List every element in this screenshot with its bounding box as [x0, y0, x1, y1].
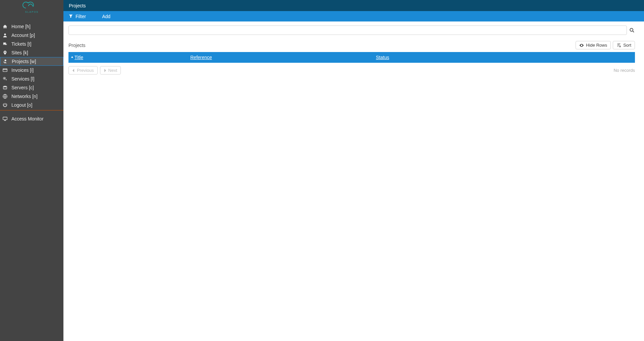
- eye-icon: [579, 43, 584, 48]
- search-wrap: [68, 26, 635, 35]
- cogs-icon: [3, 77, 11, 81]
- content: Projects Hide Rows Sort Title: [63, 21, 644, 79]
- filter-label: Filter: [76, 14, 86, 19]
- filter-button[interactable]: Filter: [69, 14, 86, 19]
- svg-rect-2: [3, 69, 7, 72]
- svg-rect-3: [3, 69, 7, 70]
- sidebar-item-label: Tickets [t]: [11, 41, 31, 47]
- sidebar-item-label: Home [h]: [11, 24, 31, 29]
- column-label: Title: [75, 55, 83, 60]
- previous-button[interactable]: Previous: [68, 66, 98, 75]
- add-label: Add: [102, 14, 110, 19]
- sidebar-divider: [0, 110, 63, 110]
- column-label: Reference: [190, 55, 212, 60]
- pager: Previous Next No records: [68, 66, 635, 75]
- svg-point-5: [6, 79, 7, 80]
- sidebar-item-access-monitor[interactable]: Access Monitor: [0, 114, 63, 123]
- sidebar-item-projects[interactable]: Projects [w]: [0, 57, 63, 66]
- sidebar-item-label: Sites [k]: [11, 50, 28, 55]
- hide-rows-label: Hide Rows: [586, 43, 607, 48]
- server-icon: [3, 85, 11, 90]
- search-icon: [630, 28, 634, 33]
- user-icon: [3, 33, 11, 38]
- subheader: Filter Add: [63, 11, 644, 21]
- sidebar-item-label: Projects [w]: [12, 59, 36, 64]
- svg-point-1: [4, 34, 6, 35]
- previous-label: Previous: [77, 68, 94, 73]
- no-records-label: No records: [613, 68, 635, 73]
- filter-icon: [69, 14, 73, 19]
- sidebar-item-account[interactable]: Account [p]: [0, 31, 63, 40]
- svg-rect-8: [3, 117, 7, 120]
- logo-icon: SLAPOS: [22, 1, 42, 13]
- svg-text:SLAPOS: SLAPOS: [25, 11, 38, 13]
- home-icon: [3, 24, 11, 29]
- sidebar-item-label: Logout [o]: [11, 102, 32, 108]
- section-label: Projects: [68, 43, 86, 48]
- sidebar: SLAPOS Home [h] Account [p] Tickets [t] …: [0, 0, 63, 341]
- sort-asc-icon: [70, 56, 74, 59]
- caret-right-icon: [104, 69, 106, 72]
- column-header-title[interactable]: Title: [68, 55, 188, 60]
- column-header-status[interactable]: Status: [374, 55, 635, 60]
- sort-button[interactable]: Sort: [613, 41, 635, 49]
- comments-icon: [3, 42, 11, 46]
- next-button[interactable]: Next: [100, 66, 121, 75]
- sidebar-item-logout[interactable]: Logout [o]: [0, 101, 63, 109]
- search-button[interactable]: [629, 26, 635, 35]
- add-button[interactable]: Add: [102, 14, 110, 19]
- sidebar-item-sites[interactable]: Sites [k]: [0, 48, 63, 57]
- toolbar: Projects Hide Rows Sort: [68, 41, 635, 49]
- svg-point-4: [4, 78, 5, 79]
- globe-icon: [3, 94, 11, 99]
- sidebar-item-label: Access Monitor: [11, 116, 44, 121]
- sidebar-item-label: Invoices [i]: [11, 67, 34, 73]
- sidebar-item-invoices[interactable]: Invoices [i]: [0, 66, 63, 75]
- desktop-icon: [3, 116, 11, 121]
- power-icon: [3, 103, 11, 107]
- sidebar-item-label: Servers [c]: [11, 85, 34, 90]
- svg-point-6: [3, 86, 7, 87]
- column-label: Status: [376, 55, 389, 60]
- main: Projects Filter Add Projects: [63, 0, 644, 341]
- svg-point-9: [630, 28, 633, 31]
- sidebar-item-services[interactable]: Services [l]: [0, 75, 63, 83]
- sidebar-item-networks[interactable]: Networks [n]: [0, 92, 63, 101]
- sort-icon: [616, 43, 621, 48]
- sidebar-item-servers[interactable]: Servers [c]: [0, 83, 63, 92]
- sidebar-nav: Home [h] Account [p] Tickets [t] Sites […: [0, 22, 63, 123]
- brand-logo[interactable]: SLAPOS: [0, 1, 63, 14]
- column-header-reference[interactable]: Reference: [188, 55, 374, 60]
- sidebar-item-tickets[interactable]: Tickets [t]: [0, 40, 63, 48]
- search-input[interactable]: [68, 26, 627, 35]
- sidebar-item-label: Account [p]: [11, 33, 35, 38]
- sidebar-item-home[interactable]: Home [h]: [0, 22, 63, 31]
- cubes-icon: [3, 59, 11, 64]
- sort-label: Sort: [623, 43, 631, 48]
- map-marker-icon: [3, 50, 11, 55]
- table-header: Title Reference Status: [68, 52, 635, 63]
- page-title: Projects: [69, 3, 86, 8]
- sidebar-item-label: Networks [n]: [11, 94, 38, 99]
- sidebar-item-label: Services [l]: [11, 76, 34, 82]
- hide-rows-button[interactable]: Hide Rows: [576, 41, 611, 49]
- credit-card-icon: [3, 68, 11, 72]
- next-label: Next: [108, 68, 117, 73]
- caret-left-icon: [72, 69, 75, 72]
- header: Projects: [63, 0, 644, 11]
